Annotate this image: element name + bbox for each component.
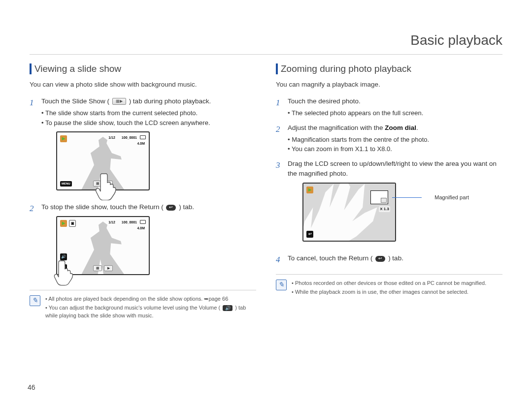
step2-text-pre: To stop the slide show, touch the Return… [41, 203, 164, 211]
left-note-list: All photos are played back depending on … [45, 295, 256, 321]
play-mode-icon [60, 135, 67, 142]
rstep2-post: . [416, 124, 418, 131]
lcd-screenshot-1: 1/12 100_0001 4.0M MENU ▦ ▶ [56, 131, 150, 190]
right-step-4: 4 To cancel, touch the Return ( ↩ ) tab. [276, 253, 502, 266]
right-step-1: 1 Touch the desired photo. The selected … [276, 96, 502, 118]
right-note-1: Photos recorded on other devices or thos… [292, 280, 486, 287]
thumbnail-button-icon: ▦ [93, 265, 102, 271]
osd-filename: 100_0001 [122, 220, 137, 225]
columns: Viewing a slide show You can view a phot… [30, 63, 502, 321]
rstep1-text: Touch the desired photo. [288, 97, 361, 105]
touch-hand-icon [53, 258, 75, 286]
callout-text: Magnified part [434, 193, 469, 202]
rstep3-text: Drag the LCD screen to up/down/left/righ… [288, 160, 497, 177]
step2-text-post: ) tab. [179, 203, 194, 211]
step1-bullets: The slide show starts from the current s… [41, 108, 256, 127]
right-intro: You can magnify a playback image. [276, 80, 502, 90]
page: Basic playback Viewing a slide show You … [0, 0, 532, 321]
slideshow-button-icon: ▶ [104, 265, 113, 271]
section-head-left: Viewing a slide show [30, 63, 256, 74]
step1-bullet2: To pause the slide show, touch the LCD s… [41, 118, 256, 128]
magnified-viewport-icon [381, 198, 387, 203]
zoom-dial-label: Zoom dial [385, 124, 416, 131]
step-body: To stop the slide show, touch the Return… [41, 202, 256, 282]
right-step-2: 2 Adjust the magnification with the Zoom… [276, 123, 502, 154]
rstep2-bullet1: Magnification starts from the centre of … [288, 135, 502, 145]
rstep4-post: ) tab. [388, 254, 403, 262]
step1-text-post: ) tab during photo playback. [129, 97, 211, 105]
step-number: 1 [276, 96, 283, 118]
return-icon: ↩ [375, 256, 385, 262]
step1-bullet1: The slide show starts from the current s… [41, 108, 256, 118]
step-number: 4 [276, 253, 283, 266]
osd-size: 4.0M [137, 226, 145, 231]
step-number: 2 [276, 123, 283, 154]
left-step-2: 2 To stop the slide show, touch the Retu… [30, 202, 256, 282]
left-column: Viewing a slide show You can view a phot… [30, 63, 256, 321]
photo-mode-icon: ▣ [69, 220, 76, 227]
callout-line-icon [392, 197, 422, 198]
right-note-box: ✎ Photos recorded on other devices or th… [276, 274, 502, 297]
step1-text-pre: Touch the Slide Show ( [41, 97, 109, 105]
menu-button-icon: MENU [60, 181, 72, 187]
right-note-list: Photos recorded on other devices or thos… [292, 280, 486, 297]
step-number: 3 [276, 159, 283, 249]
section-head-right: Zooming during photo playback [276, 63, 502, 74]
right-section-title: Zooming during photo playback [281, 63, 411, 74]
rstep2-bullet2: You can zoom in from X1.1 to X8.0. [288, 144, 502, 154]
page-title: Basic playback [30, 30, 502, 48]
left-intro: You can view a photo slide show with bac… [30, 80, 256, 90]
return-icon: ↩ [166, 205, 176, 211]
rstep2-pre: Adjust the magnification with the [288, 124, 385, 131]
touch-hand-icon [94, 172, 119, 200]
step-body: Touch the Slide Show ( ▦▶ ) tab during p… [41, 96, 256, 197]
page-title-wrap: Basic playback [30, 30, 502, 55]
step-number: 2 [30, 202, 36, 282]
slideshow-tab-icon: ▦▶ [112, 98, 126, 105]
battery-icon [140, 135, 146, 139]
right-step-3: 3 Drag the LCD screen to up/down/left/ri… [276, 159, 502, 249]
note-icon: ✎ [30, 295, 40, 306]
magnification-label: X 1.3 [379, 206, 390, 212]
page-number: 46 [28, 383, 35, 391]
osd-bottom-buttons: ▦ ▶ [93, 265, 113, 271]
lcd-screenshot-zoom: ↩ X 1.3 Magnified part [302, 183, 396, 242]
right-note-2: While the playback zoom is in use, the o… [292, 288, 486, 296]
right-column: Zooming during photo playback You can ma… [276, 63, 502, 321]
left-section-title: Viewing a slide show [34, 63, 121, 74]
section-bar-icon [30, 63, 32, 74]
left-step-1: 1 Touch the Slide Show ( ▦▶ ) tab during… [30, 96, 256, 197]
osd-filename: 100_0001 [122, 135, 137, 141]
left-note-1: All photos are played back depending on … [45, 295, 256, 303]
note-icon: ✎ [276, 280, 287, 290]
section-bar-icon [276, 63, 278, 74]
return-button-icon: ↩ [306, 231, 313, 238]
lcd-screenshot-2: ▣ 1/12 100_0001 4.0M 🔊 ↩ ▦ ▶ [56, 216, 150, 275]
osd-count: 1/12 [108, 135, 115, 141]
play-mode-icon [60, 220, 67, 227]
step-number: 1 [30, 96, 36, 197]
left-steps: 1 Touch the Slide Show ( ▦▶ ) tab during… [30, 96, 256, 282]
left-note-box: ✎ All photos are played back depending o… [30, 290, 256, 321]
right-steps: 1 Touch the desired photo. The selected … [276, 96, 502, 266]
rstep1-bullet1: The selected photo appears on the full s… [288, 108, 502, 118]
volume-icon: 🔊 [223, 305, 233, 311]
magnified-area-indicator [370, 190, 388, 204]
rstep4-pre: To cancel, touch the Return ( [288, 254, 373, 262]
osd-count: 1/12 [108, 220, 115, 225]
battery-icon [140, 220, 146, 224]
osd-size: 4.0M [137, 141, 145, 147]
left-note-2: You can adjust the background music's vo… [45, 304, 256, 320]
play-mode-icon [306, 187, 313, 193]
